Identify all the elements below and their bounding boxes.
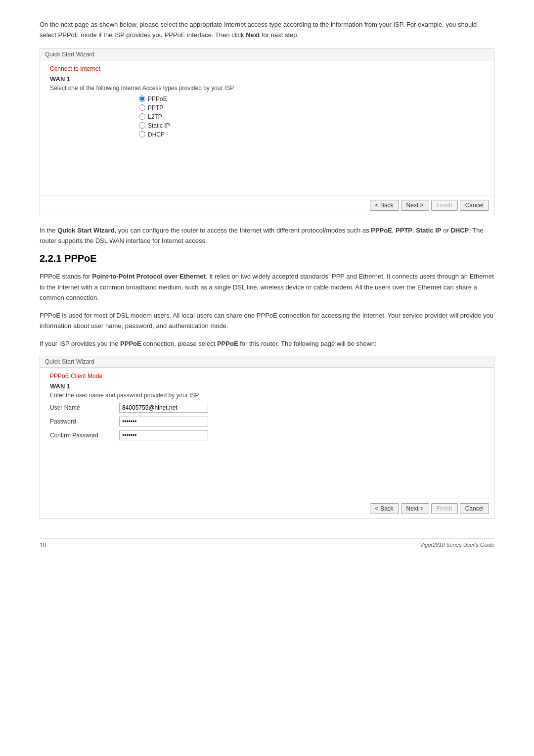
connect-to-internet-header: Connect to Internet — [50, 65, 484, 72]
confirm-password-row: Confirm Password — [50, 430, 484, 440]
back-button-1[interactable]: < Back — [370, 200, 399, 211]
wizard-content-1: Connect to Internet WAN 1 Select one of … — [40, 60, 494, 190]
guide-title: Vigor2910 Series User's Guide — [420, 542, 494, 549]
internet-access-type-group: PPPoE PPTP L2TP Static IP DHCP — [139, 95, 484, 138]
next-button-1[interactable]: Next > — [401, 200, 429, 211]
wizard-footer-2: < Back Next > Finish Cancel — [40, 499, 494, 518]
wizard-title-2: Quick Start Wizard — [40, 356, 494, 368]
cancel-button-2[interactable]: Cancel — [460, 503, 489, 514]
username-row: User Name — [50, 403, 484, 413]
wizard-empty-space-2 — [50, 444, 484, 494]
page-footer: 18 Vigor2910 Series User's Guide — [40, 538, 494, 549]
cancel-button-1[interactable]: Cancel — [460, 200, 489, 211]
pppoe-para2: PPPoE is used for most of DSL modem user… — [40, 310, 494, 331]
next-button-2[interactable]: Next > — [401, 503, 429, 514]
wan-subtitle-1: Select one of the following Internet Acc… — [50, 85, 484, 92]
radio-static-ip[interactable]: Static IP — [139, 122, 484, 129]
radio-static-ip-input[interactable] — [139, 122, 145, 129]
middle-body-text: In the Quick Start Wizard, you can confi… — [40, 225, 494, 246]
section-221-heading: 2.2.1 PPPoE — [40, 253, 494, 264]
radio-l2tp-input[interactable] — [139, 113, 145, 120]
radio-pppoe-input[interactable] — [139, 95, 145, 102]
finish-button-2: Finish — [431, 503, 458, 514]
password-input[interactable] — [119, 417, 208, 426]
intro-paragraph: On the next page as shown below, please … — [40, 20, 494, 41]
radio-pptp-input[interactable] — [139, 104, 145, 111]
wan-subtitle-2: Enter the user name and password provide… — [50, 392, 484, 399]
wizard-content-2: PPPoE Client Mode WAN 1 Enter the user n… — [40, 368, 494, 494]
password-row: Password — [50, 417, 484, 426]
page-number: 18 — [40, 542, 46, 549]
radio-pppoe[interactable]: PPPoE — [139, 95, 484, 102]
username-label: User Name — [50, 404, 119, 411]
pppoe-client-mode-header: PPPoE Client Mode — [50, 373, 484, 379]
password-label: Password — [50, 418, 119, 425]
wan-title-1: WAN 1 — [50, 75, 484, 83]
wizard-title-1: Quick Start Wizard — [40, 49, 494, 60]
wan-title-2: WAN 1 — [50, 382, 484, 390]
confirm-password-input[interactable] — [119, 430, 208, 440]
pppoe-para1: PPPoE stands for Point-to-Point Protocol… — [40, 271, 494, 303]
pppoe-para3: If your ISP provides you the PPPoE conne… — [40, 338, 494, 349]
back-button-2[interactable]: < Back — [370, 503, 399, 514]
radio-l2tp[interactable]: L2TP — [139, 113, 484, 120]
wizard-footer-1: < Back Next > Finish Cancel — [40, 195, 494, 215]
radio-dhcp-input[interactable] — [139, 131, 145, 138]
radio-dhcp[interactable]: DHCP — [139, 131, 484, 138]
wizard-empty-space-1 — [50, 141, 484, 190]
wizard-box-1: Quick Start Wizard Connect to Internet W… — [40, 48, 494, 215]
wizard-box-2: Quick Start Wizard PPPoE Client Mode WAN… — [40, 356, 494, 519]
finish-button-1: Finish — [431, 200, 458, 211]
confirm-password-label: Confirm Password — [50, 432, 119, 439]
radio-pptp[interactable]: PPTP — [139, 104, 484, 111]
username-input[interactable] — [119, 403, 208, 413]
